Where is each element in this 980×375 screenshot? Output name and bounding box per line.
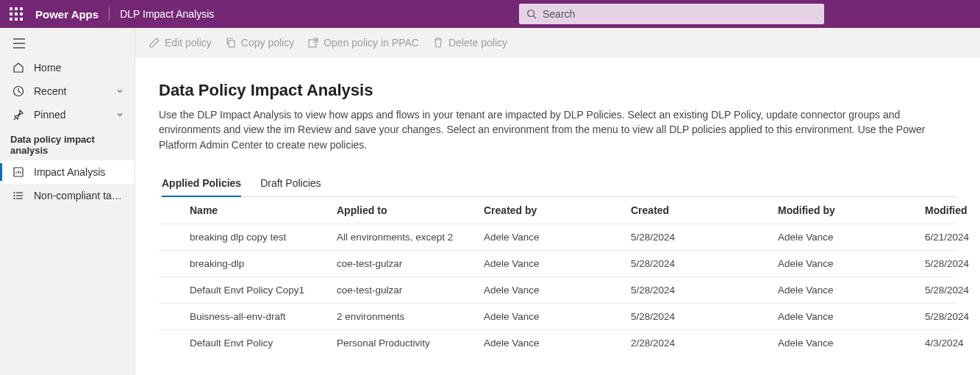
svg-rect-2 (20, 7, 23, 10)
col-header-appliedto[interactable]: Applied to (337, 204, 484, 216)
table-row[interactable]: breaking dlp copy testAll environments, … (159, 224, 956, 250)
policies-table: Name Applied to Created by Created Modif… (159, 197, 956, 356)
table-cell: breaking-dlp (190, 258, 337, 269)
table-cell: 4/3/2024 (925, 338, 980, 349)
chevron-down-icon (115, 110, 124, 119)
sidebar-section-title: Data policy impact analysis (0, 126, 135, 160)
command-bar: Edit policy Copy policy Open policy in P… (135, 28, 980, 57)
table-cell: Adele Vance (484, 285, 631, 296)
table-cell: coe-test-gulzar (337, 285, 484, 296)
copy-icon (225, 37, 237, 49)
table-cell: breaking dlp copy test (190, 232, 337, 243)
copy-policy-button[interactable]: Copy policy (225, 37, 294, 49)
tabs: Applied Policies Draft Policies (159, 171, 956, 197)
sidebar: Home Recent Pinned Data policy impact an… (0, 28, 135, 375)
table-row[interactable]: Default Envt PolicyPersonal Productivity… (159, 329, 956, 356)
edit-policy-button[interactable]: Edit policy (149, 37, 212, 49)
table-cell: Adele Vance (778, 285, 925, 296)
waffle-icon[interactable] (9, 7, 24, 21)
table-cell: Adele Vance (484, 311, 631, 322)
col-header-name[interactable]: Name (190, 204, 337, 216)
table-cell: Adele Vance (778, 338, 925, 349)
table-cell: Adele Vance (484, 232, 631, 243)
chevron-down-icon (115, 87, 124, 96)
svg-rect-5 (20, 12, 23, 15)
page-description: Use the DLP Impact Analysis to view how … (159, 107, 956, 152)
svg-rect-1 (15, 7, 18, 10)
table-cell: 5/28/2024 (925, 285, 980, 296)
svg-line-10 (534, 16, 537, 19)
sidebar-item-label: Impact Analysis (34, 166, 124, 178)
list-icon (12, 189, 25, 202)
svg-point-9 (528, 10, 534, 17)
delete-policy-button[interactable]: Delete policy (432, 37, 507, 49)
page-title: Data Policy Impact Analysis (159, 81, 956, 100)
chart-icon (12, 165, 25, 179)
svg-rect-4 (15, 12, 18, 15)
table-cell: 2 environments (337, 311, 484, 322)
svg-rect-22 (229, 40, 235, 47)
table-cell: All environments, except 2 (337, 232, 484, 243)
tab-draft-policies[interactable]: Draft Policies (260, 171, 321, 196)
col-header-modifiedby[interactable]: Modified by (778, 204, 925, 216)
svg-rect-3 (10, 12, 12, 15)
cmd-label: Open policy in PPAC (323, 37, 419, 49)
table-cell: coe-test-gulzar (337, 258, 484, 269)
header-divider (109, 7, 110, 21)
sidebar-item-label: Pinned (34, 109, 115, 121)
open-policy-ppac-button[interactable]: Open policy in PPAC (307, 37, 419, 49)
table-cell: 5/28/2024 (925, 258, 980, 269)
table-header: Name Applied to Created by Created Modif… (159, 197, 956, 224)
svg-point-19 (14, 193, 15, 193)
table-cell: 5/28/2024 (631, 311, 778, 322)
sidebar-item-label: Recent (34, 85, 115, 97)
table-cell: 5/28/2024 (631, 285, 778, 296)
edit-icon (149, 37, 160, 49)
pin-icon (12, 108, 25, 121)
table-cell: 5/28/2024 (631, 258, 778, 269)
svg-point-20 (14, 196, 15, 196)
table-cell: 5/28/2024 (925, 311, 980, 322)
app-name[interactable]: Power Apps (35, 8, 99, 21)
sidebar-item-noncompliant[interactable]: Non-compliant task l... (0, 184, 135, 207)
table-row[interactable]: Default Envt Policy Copy1coe-test-gulzar… (159, 276, 956, 303)
tab-applied-policies[interactable]: Applied Policies (162, 171, 241, 196)
app-header: Power Apps DLP Impact Analysis (0, 0, 980, 28)
sidebar-item-label: Home (34, 62, 124, 74)
cmd-label: Copy policy (241, 37, 294, 49)
table-cell: Adele Vance (778, 232, 925, 243)
search-icon (526, 9, 537, 19)
table-cell: Adele Vance (778, 258, 925, 269)
svg-point-21 (14, 199, 15, 199)
header-page-name: DLP Impact Analysis (120, 8, 214, 20)
hamburger-button[interactable] (0, 28, 135, 56)
home-icon (12, 61, 25, 74)
table-cell: Personal Productivity (337, 338, 484, 349)
table-cell: Buisness-all-env-draft (190, 311, 337, 322)
cmd-label: Delete policy (448, 37, 507, 49)
table-cell: 2/28/2024 (631, 338, 778, 349)
clock-icon (12, 85, 25, 98)
col-header-createdby[interactable]: Created by (484, 204, 631, 216)
table-cell: Adele Vance (778, 311, 925, 322)
main-area: Edit policy Copy policy Open policy in P… (135, 28, 980, 375)
search-input[interactable] (543, 8, 817, 20)
svg-rect-8 (20, 18, 23, 21)
table-cell: Default Envt Policy Copy1 (190, 285, 337, 296)
table-cell: 5/28/2024 (631, 232, 778, 243)
table-cell: Adele Vance (484, 258, 631, 269)
sidebar-item-recent[interactable]: Recent (0, 79, 135, 103)
table-row[interactable]: Buisness-all-env-draft2 environmentsAdel… (159, 303, 956, 329)
svg-rect-6 (10, 18, 12, 21)
open-icon (307, 37, 319, 49)
sidebar-item-impact-analysis[interactable]: Impact Analysis (0, 160, 135, 184)
table-cell: Default Envt Policy (190, 338, 337, 349)
search-box[interactable] (519, 4, 824, 24)
col-header-created[interactable]: Created (631, 204, 778, 216)
sidebar-item-home[interactable]: Home (0, 56, 135, 79)
sidebar-item-label: Non-compliant task l... (34, 190, 124, 201)
content-area: Data Policy Impact Analysis Use the DLP … (135, 57, 980, 375)
table-row[interactable]: breaking-dlpcoe-test-gulzarAdele Vance5/… (159, 250, 956, 276)
col-header-modified[interactable]: Modified (925, 204, 980, 216)
sidebar-item-pinned[interactable]: Pinned (0, 103, 135, 126)
